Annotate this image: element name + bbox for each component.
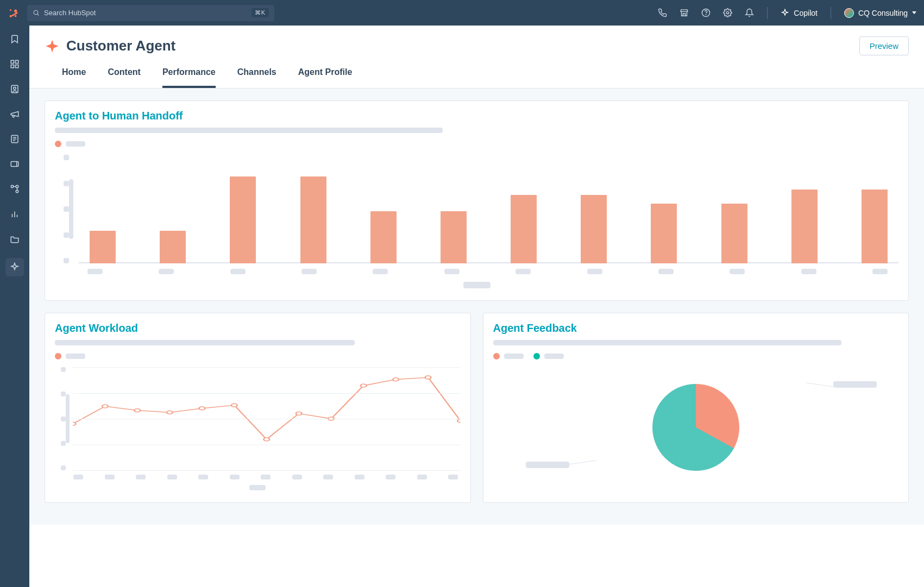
svg-point-28 bbox=[102, 405, 108, 408]
svg-rect-13 bbox=[11, 65, 14, 68]
bar bbox=[230, 176, 256, 263]
top-nav: Search HubSpot ⌘K Copilot CQ Consulting bbox=[0, 0, 924, 26]
bar bbox=[581, 195, 607, 263]
x-axis-ticks bbox=[71, 475, 461, 479]
help-icon[interactable] bbox=[701, 8, 711, 18]
svg-point-36 bbox=[361, 384, 367, 387]
y-axis-ticks bbox=[55, 367, 66, 470]
svg-point-4 bbox=[15, 15, 17, 17]
svg-point-2 bbox=[10, 15, 12, 17]
svg-point-22 bbox=[16, 190, 18, 193]
top-icons bbox=[657, 8, 754, 18]
bell-icon[interactable] bbox=[744, 8, 754, 18]
x-axis-label bbox=[249, 485, 266, 490]
tabs: HomeContentPerformanceChannelsAgent Prof… bbox=[45, 67, 909, 88]
handoff-legend bbox=[55, 141, 898, 147]
svg-point-15 bbox=[14, 87, 16, 90]
phone-icon[interactable] bbox=[657, 8, 667, 18]
search-shortcut: ⌘K bbox=[252, 8, 269, 17]
hubspot-logo-icon bbox=[8, 7, 20, 19]
bar bbox=[862, 190, 888, 263]
contact-icon[interactable] bbox=[9, 83, 21, 95]
x-axis-label bbox=[463, 282, 491, 288]
legend-dot bbox=[55, 141, 61, 147]
avatar bbox=[844, 8, 854, 18]
callout-label bbox=[526, 462, 569, 468]
bar bbox=[90, 231, 116, 263]
feedback-chart bbox=[493, 365, 899, 490]
divider bbox=[831, 7, 831, 19]
svg-rect-20 bbox=[11, 162, 18, 167]
tab-content[interactable]: Content bbox=[108, 67, 140, 88]
svg-point-37 bbox=[393, 378, 399, 381]
pie-chart bbox=[652, 384, 739, 471]
handoff-card: Agent to Human Handoff bbox=[45, 100, 909, 301]
folder-icon[interactable] bbox=[9, 233, 21, 245]
main-content: Customer Agent Preview HomeContentPerfor… bbox=[29, 26, 924, 587]
account-name: CQ Consulting bbox=[858, 9, 908, 17]
svg-point-31 bbox=[199, 407, 205, 410]
svg-point-5 bbox=[34, 10, 38, 15]
account-menu[interactable]: CQ Consulting bbox=[844, 8, 916, 18]
svg-point-38 bbox=[425, 376, 431, 379]
skeleton-line bbox=[493, 340, 842, 345]
feedback-title: Agent Feedback bbox=[493, 322, 899, 334]
svg-point-3 bbox=[10, 9, 11, 10]
svg-point-34 bbox=[296, 412, 302, 415]
tab-home[interactable]: Home bbox=[62, 67, 86, 88]
search-icon bbox=[33, 9, 40, 16]
sparkle-icon[interactable] bbox=[5, 258, 24, 276]
svg-point-8 bbox=[706, 15, 706, 15]
svg-rect-12 bbox=[16, 65, 18, 68]
bar bbox=[651, 204, 677, 263]
svg-point-29 bbox=[135, 409, 141, 412]
gear-icon[interactable] bbox=[722, 8, 732, 18]
search-placeholder: Search HubSpot bbox=[44, 9, 96, 17]
tab-channels[interactable]: Channels bbox=[237, 67, 276, 88]
x-axis-ticks bbox=[77, 269, 898, 274]
store-icon[interactable] bbox=[679, 8, 689, 18]
grid-icon[interactable] bbox=[9, 58, 21, 70]
reports-icon[interactable] bbox=[9, 208, 21, 220]
svg-point-39 bbox=[457, 419, 460, 422]
chevron-down-icon bbox=[912, 11, 916, 14]
bar bbox=[160, 231, 186, 263]
legend-dot bbox=[493, 353, 500, 359]
legend-dot bbox=[55, 353, 61, 359]
bar bbox=[511, 195, 537, 263]
svg-rect-11 bbox=[16, 60, 18, 63]
workload-chart bbox=[55, 367, 461, 470]
svg-line-6 bbox=[37, 14, 39, 15]
workload-legend bbox=[55, 353, 461, 359]
svg-point-23 bbox=[16, 185, 18, 188]
svg-point-0 bbox=[14, 9, 17, 12]
y-axis-scroll bbox=[66, 394, 70, 443]
notes-icon[interactable] bbox=[9, 133, 21, 145]
bar bbox=[300, 176, 326, 263]
callout-label bbox=[833, 381, 877, 388]
copilot-button[interactable]: Copilot bbox=[781, 9, 818, 17]
skeleton-chip bbox=[66, 141, 85, 147]
search-input[interactable]: Search HubSpot ⌘K bbox=[27, 5, 274, 21]
skeleton-chip bbox=[544, 354, 564, 359]
ticket-icon[interactable] bbox=[9, 158, 21, 170]
skeleton-chip bbox=[504, 354, 524, 359]
handoff-title: Agent to Human Handoff bbox=[55, 110, 898, 122]
svg-point-33 bbox=[263, 438, 269, 441]
bookmark-icon[interactable] bbox=[9, 33, 21, 45]
bar bbox=[721, 204, 747, 263]
skeleton-line bbox=[55, 340, 355, 345]
sparkle-icon bbox=[781, 9, 789, 17]
svg-point-30 bbox=[167, 411, 173, 414]
tab-performance[interactable]: Performance bbox=[162, 67, 216, 88]
preview-button[interactable]: Preview bbox=[859, 36, 909, 55]
page-title: Customer Agent bbox=[66, 37, 175, 54]
y-axis-ticks bbox=[55, 155, 69, 263]
bar bbox=[441, 211, 467, 263]
megaphone-icon[interactable] bbox=[9, 108, 21, 120]
tab-agent-profile[interactable]: Agent Profile bbox=[298, 67, 353, 88]
bar bbox=[791, 190, 818, 263]
legend-dot bbox=[533, 353, 540, 359]
workflow-icon[interactable] bbox=[9, 183, 21, 195]
workload-card: Agent Workload bbox=[45, 313, 471, 503]
